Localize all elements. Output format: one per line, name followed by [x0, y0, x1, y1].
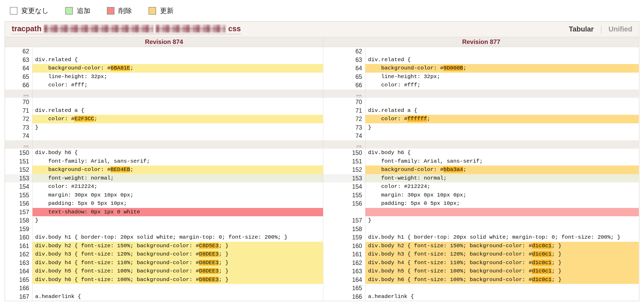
- code-line: background-color: #6BA81E;: [33, 64, 323, 73]
- diff-table: 626263div.related {63div.related {64 bac…: [5, 47, 639, 301]
- line-number: 153: [5, 174, 33, 183]
- line-number: 64: [323, 64, 365, 73]
- line-number: 155: [5, 191, 33, 200]
- code-text: }: [368, 217, 371, 223]
- legend-swatch-updated: [149, 7, 156, 15]
- code-text: div.body h4 { font-size: 110%; backgroun…: [368, 260, 532, 266]
- changed-token-highlight: 9D000B: [443, 65, 463, 71]
- code-text: div.body h6 {: [368, 150, 411, 156]
- line-number: 65: [323, 73, 365, 81]
- changed-token-highlight: 6BA81E: [111, 65, 130, 71]
- code-line: color: #E2F3CC;: [33, 115, 323, 123]
- diff-row: 63div.related {63div.related {: [5, 56, 639, 64]
- code-text: div.body h1 { border-top: 20px solid whi…: [368, 234, 620, 240]
- code-line: [365, 47, 639, 56]
- code-line: background-color: #BED4EB;: [33, 166, 323, 174]
- code-line: [365, 98, 639, 106]
- code-text: }: [368, 124, 371, 130]
- code-text: margin: 30px 0px 10px 0px;: [35, 192, 133, 198]
- code-text: color: #212224;: [368, 183, 430, 189]
- code-text: div.related a {: [35, 107, 84, 113]
- code-line: [33, 140, 323, 149]
- line-number: 152: [5, 166, 33, 174]
- code-text: ;: [130, 167, 133, 173]
- line-number: 158: [323, 225, 365, 233]
- code-line: div.body h6 { font-size: 100%; backgroun…: [365, 276, 639, 284]
- tab-unified[interactable]: Unified: [609, 25, 633, 33]
- diff-row: 7474: [5, 132, 639, 140]
- code-line: [365, 140, 639, 149]
- code-text: background-color: #: [35, 65, 111, 71]
- code-text: ; }: [552, 277, 562, 283]
- line-number: 151: [323, 157, 365, 166]
- code-line: }: [33, 216, 323, 225]
- code-line: color: #212224;: [33, 182, 323, 191]
- code-line: div.body h1 { border-top: 20px solid whi…: [33, 233, 323, 242]
- changed-token-highlight: BED4EB: [111, 167, 130, 173]
- diff-row: 153 font-weight: normal;153 font-weight:…: [5, 174, 639, 183]
- diff-row: 162div.body h3 { font-size: 120%; backgr…: [5, 250, 639, 259]
- line-number: 74: [323, 132, 365, 140]
- expand-skipped-lines-link[interactable]: …: [23, 142, 29, 148]
- diff-legend: 変更なし 追加 削除 更新: [0, 0, 644, 16]
- code-text: ; }: [552, 260, 562, 266]
- revision-right-link[interactable]: Revision 877: [462, 38, 500, 46]
- code-text: div.body h3 { font-size: 120%; backgroun…: [368, 251, 532, 257]
- legend-swatch-deleted: [107, 7, 114, 15]
- code-text: color: #fff;: [35, 82, 88, 88]
- diff-row: 158}157}: [5, 216, 639, 225]
- line-number: 162: [5, 250, 33, 259]
- file-path-link[interactable]: tracpath css: [12, 24, 241, 34]
- code-text: ; }: [219, 260, 229, 266]
- expand-skipped-lines-link[interactable]: …: [356, 91, 362, 97]
- code-text: ; }: [219, 251, 229, 257]
- revision-header-left: Revision 874: [5, 37, 323, 47]
- code-text: font-weight: normal;: [368, 175, 447, 181]
- view-mode-tabs: Tabular Unified: [569, 25, 632, 33]
- code-text: text-shadow: 0px 1px 0 white: [35, 209, 140, 215]
- line-number: 70: [5, 98, 33, 106]
- code-line: }: [365, 123, 639, 132]
- line-number: 154: [323, 182, 365, 191]
- code-line: font-family: Arial, sans-serif;: [33, 157, 323, 166]
- changed-token-highlight: d1c0c1: [532, 251, 552, 257]
- diff-row: 72 color: #E2F3CC;72 color: #ffffff;: [5, 115, 639, 123]
- line-number: 160: [323, 242, 365, 250]
- code-text: ;: [463, 65, 466, 71]
- code-text: ;: [130, 65, 133, 71]
- code-line: [33, 90, 323, 98]
- code-text: div.body h3 { font-size: 120%; backgroun…: [35, 251, 199, 257]
- code-text: a.headerlink {: [35, 294, 81, 300]
- diff-row: 64 background-color: #6BA81E;64 backgrou…: [5, 64, 639, 73]
- code-text: div.body h6 { font-size: 100%; backgroun…: [35, 277, 199, 283]
- diff-row: 156 padding: 5px 0 5px 10px;156 padding:…: [5, 199, 639, 208]
- line-number: 66: [323, 81, 365, 90]
- line-number: 150: [5, 149, 33, 157]
- line-number: 72: [323, 115, 365, 123]
- code-text: ; }: [219, 243, 229, 249]
- line-number: 161: [5, 242, 33, 250]
- code-text: line-height: 32px;: [35, 74, 107, 80]
- revision-left-link[interactable]: Revision 874: [145, 38, 183, 46]
- diff-row: 157 text-shadow: 0px 1px 0 white: [5, 208, 639, 217]
- line-number: 163: [323, 267, 365, 276]
- line-number: 63: [323, 56, 365, 64]
- line-number: 63: [5, 56, 33, 64]
- code-text: ;: [427, 116, 430, 122]
- line-number: 151: [5, 157, 33, 166]
- legend-item-added: 追加: [65, 6, 90, 15]
- code-text: font-family: Arial, sans-serif;: [35, 158, 150, 164]
- expand-skipped-lines-link[interactable]: …: [23, 91, 29, 97]
- code-line: div.body h3 { font-size: 120%; backgroun…: [365, 250, 639, 259]
- code-line: line-height: 32px;: [33, 73, 323, 81]
- code-line: div.body h5 { font-size: 100%; backgroun…: [365, 267, 639, 276]
- revision-header-right: Revision 877: [323, 37, 639, 47]
- code-line: [365, 208, 639, 217]
- expand-skipped-lines-link[interactable]: …: [356, 142, 362, 148]
- line-number: 154: [5, 182, 33, 191]
- changed-token-highlight: E2F3CC: [74, 116, 94, 122]
- tab-tabular[interactable]: Tabular: [569, 25, 594, 33]
- code-line: font-family: Arial, sans-serif;: [365, 157, 639, 166]
- legend-swatch-unchanged: [10, 7, 17, 15]
- diff-row: 7070: [5, 98, 639, 106]
